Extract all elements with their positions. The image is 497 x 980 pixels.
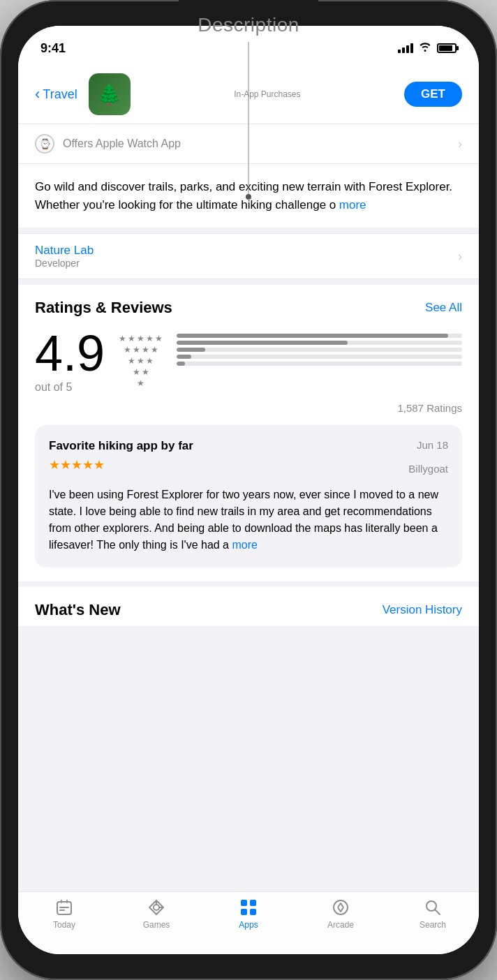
signal-icon	[398, 43, 413, 53]
search-icon	[423, 898, 443, 917]
review-more-button[interactable]: more	[232, 539, 257, 551]
bar-row-5	[177, 334, 462, 338]
battery-icon	[437, 43, 457, 53]
header-center: In-App Purchases	[142, 89, 393, 99]
apple-watch-label: Offers Apple Watch App	[63, 138, 181, 150]
svg-rect-2	[66, 900, 68, 903]
review-stars: ★★★★★	[49, 457, 105, 473]
rating-bars	[177, 328, 462, 366]
status-time: 9:41	[40, 41, 66, 56]
ratings-title: Ratings & Reviews	[35, 299, 172, 317]
review-title: Favorite hiking app by far	[49, 439, 193, 453]
games-icon	[147, 898, 166, 917]
in-app-purchases-label: In-App Purchases	[234, 89, 300, 99]
apps-icon	[239, 898, 258, 917]
bar-row-1	[177, 362, 462, 366]
svg-point-5	[154, 905, 159, 910]
phone-notch	[179, 0, 318, 25]
svg-rect-4	[59, 910, 65, 911]
tab-apps[interactable]: Apps	[214, 898, 283, 930]
out-of-label: out of 5	[35, 381, 72, 394]
tab-bar: Today Games Apps	[18, 891, 479, 954]
ratings-overview: 4.9 out of 5 ★ ★ ★ ★ ★ ★	[35, 328, 462, 394]
app-icon: 🌲	[89, 73, 131, 115]
svg-rect-3	[59, 907, 69, 908]
tab-arcade[interactable]: Arcade	[306, 898, 376, 930]
tab-today[interactable]: Today	[29, 898, 99, 930]
app-header: ‹ Travel 🌲 In-App Purchases GET	[18, 65, 479, 124]
description-section: Go wild and discover trails, parks, and …	[18, 163, 479, 228]
phone-screen: 9:41 ‹	[18, 26, 479, 954]
svg-rect-9	[250, 900, 256, 906]
content-area[interactable]: ⌚ Offers Apple Watch App › Go wild and d…	[18, 124, 479, 891]
phone-device: Description 9:41	[0, 0, 497, 980]
svg-rect-10	[241, 909, 247, 915]
get-button[interactable]: GET	[404, 82, 462, 107]
tab-games[interactable]: Games	[121, 898, 191, 930]
svg-rect-8	[241, 900, 247, 906]
tab-search[interactable]: Search	[398, 898, 468, 930]
whats-new-section: What's New Version History	[18, 587, 479, 626]
whats-new-header: What's New Version History	[35, 601, 462, 619]
chevron-right-icon: ›	[458, 137, 462, 151]
bar-row-2	[177, 355, 462, 359]
review-header: Favorite hiking app by far Jun 18	[49, 439, 448, 453]
tab-apps-label: Apps	[239, 920, 258, 930]
today-icon	[54, 898, 74, 917]
review-card: Favorite hiking app by far Jun 18 ★★★★★ …	[35, 425, 462, 567]
apple-watch-row[interactable]: ⌚ Offers Apple Watch App ›	[18, 124, 479, 163]
version-history-button[interactable]: Version History	[383, 603, 462, 617]
apple-watch-icon: ⌚	[35, 134, 54, 154]
whats-new-title: What's New	[35, 601, 121, 619]
review-date: Jun 18	[417, 439, 448, 451]
big-rating-number: 4.9	[35, 328, 105, 378]
tab-games-label: Games	[143, 920, 170, 930]
developer-label: Developer	[35, 258, 94, 269]
ratings-section: Ratings & Reviews See All 4.9 out of 5 ★…	[18, 285, 479, 581]
review-author: Billygoat	[408, 463, 448, 475]
bar-row-4	[177, 341, 462, 345]
stars-visual: ★ ★ ★ ★ ★ ★ ★ ★ ★ ★	[119, 328, 163, 388]
status-icons	[398, 42, 457, 54]
svg-rect-1	[61, 900, 62, 903]
developer-name: Nature Lab	[35, 244, 94, 258]
ratings-count: 1,587 Ratings	[35, 402, 462, 414]
bar-row-3	[177, 348, 462, 352]
ratings-header: Ratings & Reviews See All	[35, 299, 462, 317]
tab-today-label: Today	[53, 920, 75, 930]
back-button[interactable]: ‹ Travel	[35, 87, 77, 102]
status-bar: 9:41	[18, 26, 479, 65]
more-button[interactable]: more	[339, 198, 366, 211]
description-text: Go wild and discover trails, parks, and …	[35, 180, 452, 211]
tab-arcade-label: Arcade	[327, 920, 354, 930]
svg-line-14	[436, 910, 440, 915]
svg-rect-11	[250, 909, 256, 915]
big-rating: 4.9 out of 5	[35, 328, 105, 394]
developer-chevron-icon: ›	[458, 249, 462, 264]
tab-search-label: Search	[420, 920, 446, 930]
apple-watch-left: ⌚ Offers Apple Watch App	[35, 134, 181, 154]
chevron-left-icon: ‹	[35, 87, 40, 102]
see-all-button[interactable]: See All	[425, 301, 462, 315]
wifi-icon	[419, 42, 431, 54]
arcade-icon	[331, 898, 350, 917]
developer-row[interactable]: Nature Lab Developer ›	[18, 233, 479, 279]
back-label: Travel	[43, 87, 77, 102]
